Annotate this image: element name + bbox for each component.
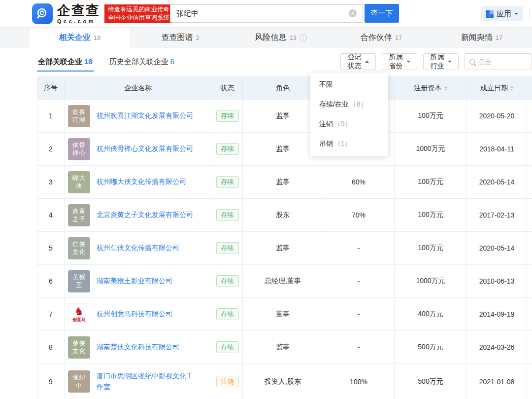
registered-capital-cell: 100万元 [395,232,467,264]
row-number: 7 [37,298,65,330]
established-date-cell: 2020-05-14 [467,166,527,198]
chevron-up-icon [365,59,369,63]
company-avatar: 楚侠文化 [68,336,90,359]
registration-status-dropdown: 不限 存续/在业 （8） 注销 （9） 吊销 （1） [310,73,388,156]
company-name-link[interactable]: 杭州仁侠文化传播有限公司 [97,243,179,254]
company-avatar: 张纪中 [68,370,90,393]
company-name-link[interactable]: 杭州创意马科技有限公司 [97,309,172,320]
apps-button[interactable]: 应用 [481,6,523,21]
status-badge: 存续 [216,209,239,221]
keyword-search-box[interactable] [465,53,532,70]
established-date-cell: 2020-05-14 [467,232,527,264]
filter-industry[interactable]: 所属行业 [423,53,459,70]
brand-domain: Qcc.com [57,19,100,24]
tab-1[interactable]: 查查图谱 2 [130,28,231,48]
status-badge: 注销 [216,376,239,388]
established-date-cell: 2021-01-08 [467,364,527,399]
top-header: 企查查 Qcc.com 缔造有远见的商业传奇 全国企业信用查询系统 ✕ 查一下 … [0,0,532,27]
table-row: 9 张纪中 厦门市思明区张纪中影视文化工作室 注销 投资人,股东 100% 50… [37,363,532,399]
subtab-0[interactable]: 全部关联企业 18 [37,53,94,72]
registered-capital-cell: 500万元 [395,364,467,399]
overflow-cell [527,298,532,330]
brand-slogan: 缔造有远见的商业传奇 全国企业信用查询系统 [104,4,173,23]
search-bar: ✕ 查一下 [170,4,399,23]
row-number: 1 [37,100,65,132]
status-badge: 存续 [216,341,239,353]
table-row: 6 美猴王 湖南美猴王影业有限公司 存续 总经理,董事 - 1000万元 201… [37,264,532,297]
column-header: 序号 [37,77,65,99]
qcc-logo-icon [32,3,53,24]
info-icon[interactable]: i [299,34,307,41]
list-toolbar: 全部关联企业 18 历史全部关联企业 6 登记状态 所属省份 所属行业 [0,48,532,76]
tab-3[interactable]: 合作伙伴 17 [331,28,432,48]
overflow-cell [527,133,532,165]
company-name-link[interactable]: 杭州欢喜江湖文化发展有限公司 [97,110,193,121]
shareholding-cell: - [323,331,395,363]
established-date-cell: 2017-02-13 [467,199,527,231]
chevron-down-icon [514,13,518,17]
row-number: 4 [37,199,65,231]
brand[interactable]: 企查查 Qcc.com 缔造有远见的商业传奇 全国企业信用查询系统 [32,3,173,24]
overflow-cell [527,166,532,198]
role-cell: 监事 [243,166,323,198]
established-date-cell: 2010-06-13 [467,265,527,297]
search-button[interactable]: 查一下 [365,4,399,23]
status-badge: 存续 [216,143,239,155]
status-badge: 存续 [216,242,239,254]
role-cell: 总经理,董事 [243,265,323,297]
overflow-cell [527,364,532,399]
column-header: 状态 [212,77,243,99]
row-number: 3 [37,166,65,198]
company-name-link[interactable]: 厦门市思明区张纪中影视文化工作室 [97,371,198,392]
row-number: 5 [37,232,65,264]
overflow-cell [527,232,532,264]
filter-registration-status[interactable]: 登记状态 [340,53,376,70]
shareholding-cell: 70% [323,199,395,231]
table-header-row: 序号 企业名称 状态 角色 注册资本 成立日期 [37,77,532,99]
column-header: 注册资本 [395,77,467,99]
company-avatar: 美猴王 [68,270,90,292]
dropdown-option-1[interactable]: 存续/在业 （8） [310,95,388,114]
header-divider [530,8,530,19]
row-number: 8 [37,331,65,363]
company-avatar: 欢喜江湖 [68,105,90,127]
company-avatar: 仁侠文化 [68,237,90,259]
chevron-down-icon [406,61,410,65]
registered-capital-cell: 500万元 [395,331,467,363]
apps-grid-icon [486,10,494,18]
tab-4[interactable]: 新闻舆情 17 [432,28,532,48]
role-cell: 董事 [243,298,323,330]
overflow-cell [527,100,532,132]
clear-search-icon[interactable]: ✕ [349,9,357,17]
shareholding-cell: - [323,265,395,297]
table-row: 8 楚侠文化 湖南楚侠文化科技有限公司 存续 监事 - 500万元 2024-0… [37,330,532,363]
keyword-input[interactable] [478,58,527,66]
company-avatar: 炎黄之子 [68,204,90,226]
tab-2[interactable]: 风险信息 13 i [231,28,331,48]
role-cell: 监事 [243,232,323,264]
registered-capital-cell: 1000万元 [395,265,467,297]
shareholding-cell: - [323,232,395,264]
overflow-cell [527,331,532,363]
sort-icon[interactable] [444,86,447,90]
dropdown-option-2[interactable]: 注销 （9） [310,114,388,134]
company-name-link[interactable]: 杭州侠骨禅心文化发展有限公司 [97,144,193,154]
company-name-link[interactable]: 湖南楚侠文化科技有限公司 [97,342,179,353]
status-badge: 存续 [216,176,239,188]
sort-icon[interactable] [510,86,513,90]
column-header: 成立日期 [467,77,527,99]
main-tabs: 相关企业 18 查查图谱 2 风险信息 13 i 合作伙伴 17 新闻舆情 17 [0,27,532,48]
dropdown-option-3[interactable]: 吊销 （1） [310,134,388,154]
status-badge: 存续 [216,110,239,122]
company-name-link[interactable]: 北京炎黄之子文化发展有限公司 [97,210,193,220]
company-name-link[interactable]: 杭州嘟大侠文化传播有限公司 [97,177,186,187]
dropdown-option-0[interactable]: 不限 [310,75,388,95]
tab-0[interactable]: 相关企业 18 [30,28,130,48]
row-number: 6 [37,265,65,297]
filter-province[interactable]: 所属省份 [382,53,417,70]
company-name-link[interactable]: 湖南美猴王影业有限公司 [97,276,172,287]
search-input[interactable] [170,4,363,23]
subtab-1[interactable]: 历史全部关联企业 6 [108,53,175,72]
status-badge: 存续 [216,308,239,320]
established-date-cell: 2024-03-26 [467,331,527,363]
